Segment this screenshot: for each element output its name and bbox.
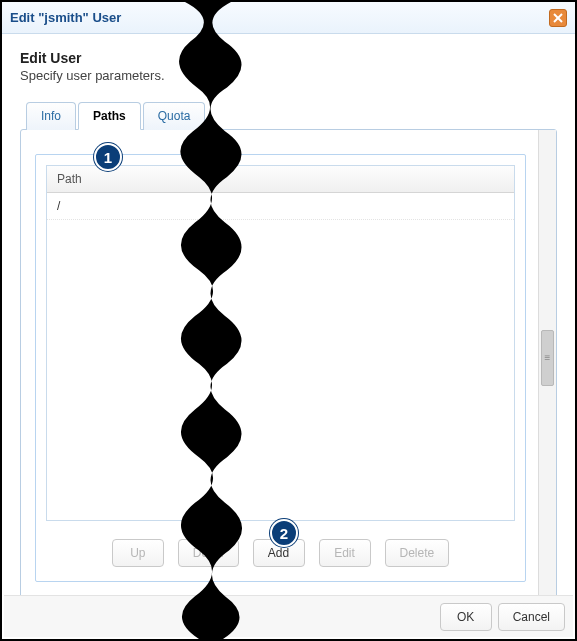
paths-table: Path / [46, 165, 515, 521]
paths-panel: Path / Up Down Add Edit Delete [35, 154, 526, 582]
annotation-callout-2: 2 [270, 519, 298, 547]
table-row[interactable]: / [47, 193, 514, 220]
edit-button[interactable]: Edit [319, 539, 371, 567]
edit-user-dialog: Edit "jsmith" User Edit User Specify use… [0, 0, 577, 641]
close-button[interactable] [549, 9, 567, 27]
down-button[interactable]: Down [178, 539, 239, 567]
annotation-callout-1: 1 [94, 143, 122, 171]
dialog-title: Edit "jsmith" User [10, 10, 121, 25]
section-heading: Edit User [20, 50, 557, 66]
paths-column-header: Path [47, 166, 514, 193]
paths-rows: / [47, 193, 514, 520]
tab-quota[interactable]: Quota [143, 102, 206, 130]
tab-info[interactable]: Info [26, 102, 76, 130]
dialog-footer: OK Cancel [4, 595, 573, 637]
close-icon [553, 13, 563, 23]
tab-paths[interactable]: Paths [78, 102, 141, 130]
cancel-button[interactable]: Cancel [498, 603, 565, 631]
up-button[interactable]: Up [112, 539, 164, 567]
dialog-titlebar: Edit "jsmith" User [2, 2, 575, 34]
delete-button[interactable]: Delete [385, 539, 450, 567]
ok-button[interactable]: OK [440, 603, 492, 631]
scrollbar-thumb[interactable] [541, 330, 554, 386]
vertical-scrollbar[interactable] [538, 130, 556, 612]
tabstrip: Info Paths Quota [20, 101, 557, 129]
section-subheading: Specify user parameters. [20, 68, 557, 83]
